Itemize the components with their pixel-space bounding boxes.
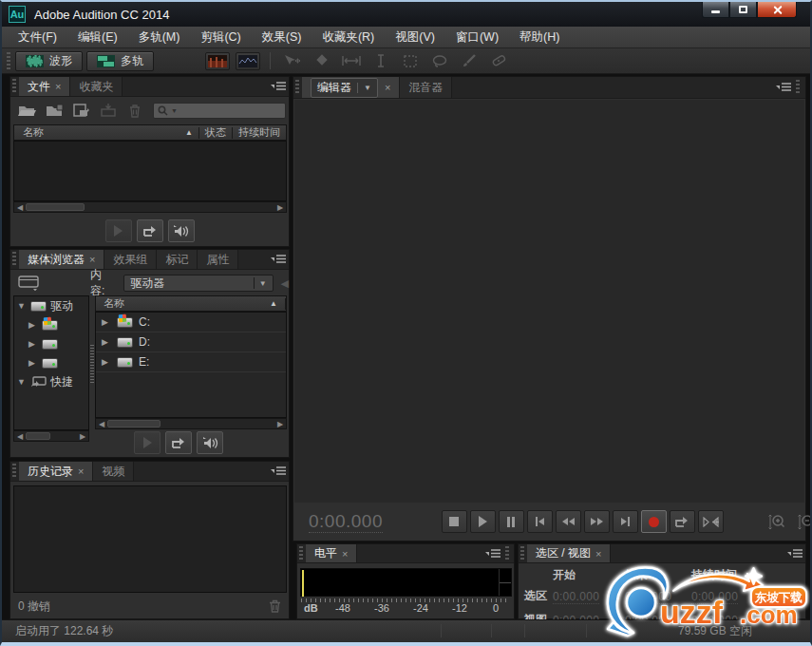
media-list-hscrollbar[interactable]: ◀ ▶ [95,418,287,429]
tab-favorites[interactable]: 收藏夹 [70,77,123,96]
search-input[interactable] [178,104,281,117]
tab-history[interactable]: 历史记录 × [19,462,93,481]
files-column-headers[interactable]: 名称 ▲ 状态 持续时间 [13,124,287,141]
files-panel-grip[interactable] [12,79,16,94]
editor-panel-menu-button[interactable] [773,77,794,98]
drive-row[interactable]: ▶ E: [96,352,286,372]
tab-editor-close-icon[interactable]: × [385,82,390,93]
tree-splitter[interactable] [90,345,94,383]
skip-to-start-button[interactable] [527,510,553,533]
tab-selection-view[interactable]: 选区 / 视图 × [527,544,611,562]
move-tool-icon[interactable] [280,51,305,70]
tab-levels-close-icon[interactable]: × [342,548,348,560]
levels-panel-right-grip[interactable] [505,546,509,560]
pause-button[interactable] [499,510,524,533]
files-list[interactable] [13,141,287,201]
media-loop-button[interactable] [165,431,192,454]
spot-healing-brush-tool-icon[interactable] [486,51,511,70]
tab-mixer[interactable]: 混音器 [400,77,452,98]
menu-help[interactable]: 帮助(H) [509,27,570,48]
tab-media-browser[interactable]: 媒体浏览器 × [19,250,104,269]
insert-into-multitrack-icon[interactable] [101,104,118,117]
loop-playback-button[interactable] [670,510,695,533]
menu-favorites[interactable]: 收藏夹(R) [312,27,385,48]
time-selection-tool-icon[interactable] [339,51,364,70]
search-options-icon[interactable]: ▼ [171,107,178,114]
tab-effects-rack[interactable]: 效果组 [104,250,157,269]
menu-view[interactable]: 视图(V) [385,27,445,48]
media-tree[interactable]: ▼ 驱动 ▶ ▶ ▶ ▼ [13,295,89,430]
rewind-button[interactable] [556,510,581,533]
history-list[interactable] [13,485,287,593]
media-tree-hscrollbar[interactable]: ◀ ▶ [13,430,89,442]
time-display[interactable]: 0:00.000 [309,511,383,533]
scroll-right-icon[interactable]: ▶ [274,420,286,428]
scroll-left-icon[interactable]: ◀ [14,432,26,441]
spectral-pitch-button[interactable] [236,52,260,70]
history-trash-icon[interactable] [269,599,281,613]
menu-effects[interactable]: 效果(S) [252,27,312,48]
scroll-right-icon[interactable]: ▶ [77,432,88,441]
history-panel-grip[interactable] [12,464,16,479]
fast-forward-button[interactable] [584,510,610,533]
view-mode-icon[interactable] [18,276,41,291]
editor-panel-right-grip[interactable] [796,80,800,95]
media-list[interactable]: ▶ C: ▶ D: ▶ E: [95,312,287,418]
files-hscrollbar[interactable]: ◀ ▶ [13,201,287,213]
menu-multitrack[interactable]: 多轨(M) [128,27,191,48]
media-panel-menu-button[interactable] [268,250,289,269]
tab-markers[interactable]: 标记 [157,250,198,269]
menu-file[interactable]: 文件(F) [8,27,67,48]
zoom-in-vertical-icon[interactable] [767,514,784,530]
menu-edit[interactable]: 编辑(E) [67,27,128,48]
tab-selection-view-close-icon[interactable]: × [595,548,601,560]
media-back-icon[interactable]: ◀ [281,277,289,290]
drive-row[interactable]: ▶ C: [96,313,286,332]
tab-video[interactable]: 视频 [93,462,134,481]
files-loop-button[interactable] [137,219,163,242]
search-box[interactable]: ▼ [153,103,286,119]
selection-panel-menu-button[interactable] [784,544,805,562]
levels-panel-grip[interactable] [299,546,303,560]
tree-expand-icon[interactable]: ▶ [28,339,38,349]
editor-dropdown-icon[interactable]: ▼ [364,84,371,92]
menu-window[interactable]: 窗口(W) [445,27,509,48]
files-play-button[interactable] [105,219,132,242]
history-panel-menu-button[interactable] [268,462,289,481]
media-auto-play-button[interactable] [197,431,223,454]
files-hscroll-thumb[interactable] [26,203,85,211]
levels-panel-menu-button[interactable] [482,544,503,562]
toolbar-grip[interactable] [7,52,10,69]
content-dropdown[interactable]: 驱动器 ▼ [123,275,273,292]
tab-files-close-icon[interactable]: × [55,81,61,92]
new-content-icon[interactable] [73,104,90,117]
paintbrush-tool-icon[interactable] [457,51,482,70]
tree-collapse-icon[interactable]: ▼ [17,377,27,387]
tab-history-close-icon[interactable]: × [78,466,84,477]
scroll-right-icon[interactable]: ▶ [274,203,286,212]
editor-panel-grip[interactable] [295,80,299,95]
row-expand-icon[interactable]: ▶ [102,357,111,367]
row-expand-icon[interactable]: ▶ [102,337,111,347]
scroll-left-icon[interactable]: ◀ [14,203,26,212]
tab-media-browser-close-icon[interactable]: × [89,254,95,265]
files-panel-menu-button[interactable] [268,77,289,96]
waveform-view-button[interactable]: 波形 [15,51,83,71]
menu-clip[interactable]: 剪辑(C) [190,27,251,48]
maximize-button[interactable] [729,2,757,18]
play-button[interactable] [470,510,496,533]
tree-expand-icon[interactable]: ▶ [28,320,38,330]
media-panel-grip[interactable] [12,252,16,267]
close-button[interactable] [757,2,797,18]
slip-tool-icon[interactable] [310,51,334,70]
selection-panel-grip[interactable] [520,546,524,560]
marquee-selection-tool-icon[interactable] [398,51,423,70]
multitrack-view-button[interactable]: 多轨 [86,51,154,71]
tab-editor[interactable]: 编辑器 ▼ × [302,77,400,98]
tab-levels[interactable]: 电平 × [306,544,357,562]
trash-icon[interactable] [128,104,142,118]
tab-properties[interactable]: 属性 [198,250,238,269]
skip-to-end-button[interactable] [613,510,638,533]
media-play-button[interactable] [134,431,161,454]
skip-selection-button[interactable] [698,510,724,533]
